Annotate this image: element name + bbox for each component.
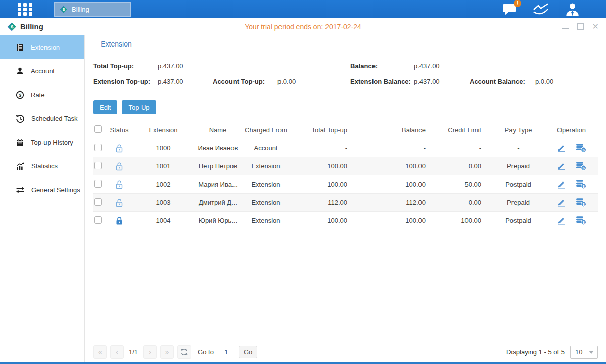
sidebar-item-label: Extension bbox=[31, 43, 60, 51]
cell-pay-type: - bbox=[492, 139, 545, 157]
cell-extension: 1004 bbox=[130, 212, 196, 230]
transfer-arrows-icon bbox=[16, 186, 25, 194]
cell-balance: 112.00 bbox=[358, 194, 436, 212]
edit-row-icon[interactable] bbox=[556, 143, 566, 153]
balance-summary: Total Top-up: p.437.00 Balance: p.437.00… bbox=[93, 58, 598, 89]
svg-text:$: $ bbox=[19, 92, 22, 98]
cell-name: Дмитрий Д... bbox=[196, 194, 240, 212]
status-unlocked-icon[interactable] bbox=[115, 198, 124, 208]
page-size-select[interactable]: 10 bbox=[570, 346, 598, 359]
column-header-credit-limit: Credit Limit bbox=[436, 121, 492, 139]
cell-extension: 1002 bbox=[130, 175, 196, 194]
row-checkbox[interactable] bbox=[94, 144, 102, 151]
close-icon[interactable]: ✕ bbox=[592, 23, 599, 30]
account-balance-label: Account Balance: bbox=[470, 78, 535, 85]
extension-topup-label: Extension Top-up: bbox=[93, 78, 158, 85]
top-up-row-icon[interactable]: $ bbox=[576, 198, 587, 207]
sidebar-item-scheduled-task[interactable]: Scheduled Task bbox=[0, 107, 84, 130]
tab-strip: Extension bbox=[85, 35, 606, 52]
cell-name: Петр Петров bbox=[196, 157, 240, 175]
notifications-chat-icon[interactable]: ! bbox=[502, 3, 517, 16]
taskbar-tab-label: Billing bbox=[72, 6, 89, 13]
balance-label: Balance: bbox=[350, 62, 414, 70]
row-checkbox[interactable] bbox=[94, 162, 102, 169]
last-page-button[interactable]: » bbox=[160, 345, 174, 359]
previous-page-button[interactable]: ‹ bbox=[110, 345, 124, 359]
status-unlocked-icon[interactable] bbox=[115, 143, 124, 153]
sidebar-item-label: Scheduled Task bbox=[31, 115, 78, 122]
cell-extension: 1003 bbox=[130, 194, 196, 212]
sidebar-item-topup-history[interactable]: Top-up History bbox=[0, 130, 84, 154]
cell-total-topup: 100.00 bbox=[292, 157, 358, 175]
total-topup-label: Total Top-up: bbox=[93, 62, 158, 70]
ledger-icon bbox=[16, 43, 24, 52]
table-row: 1002 Мария Ива... Extension 100.00 100.0… bbox=[93, 175, 598, 194]
svg-text:$: $ bbox=[63, 7, 65, 12]
sidebar-item-extension[interactable]: Extension bbox=[0, 35, 84, 59]
notepad-icon bbox=[16, 138, 24, 147]
top-up-row-icon[interactable]: $ bbox=[576, 161, 587, 171]
column-header-extension: Extension bbox=[130, 121, 196, 139]
cell-balance: 100.00 bbox=[358, 157, 436, 175]
row-checkbox[interactable] bbox=[94, 198, 102, 206]
sidebar-item-label: Statistics bbox=[31, 162, 58, 170]
row-checkbox[interactable] bbox=[94, 180, 102, 188]
edit-row-icon[interactable] bbox=[556, 198, 566, 207]
cell-total-topup: 100.00 bbox=[292, 175, 358, 194]
top-up-button[interactable]: Top Up bbox=[122, 100, 156, 114]
tab-extension[interactable]: Extension bbox=[94, 35, 139, 52]
top-up-row-icon[interactable]: $ bbox=[576, 143, 587, 153]
cell-name: Юрий Юрь... bbox=[196, 212, 240, 230]
top-up-row-icon[interactable]: $ bbox=[576, 179, 587, 189]
taskbar-tab-billing[interactable]: $ Billing bbox=[54, 2, 131, 17]
row-checkbox[interactable] bbox=[94, 216, 102, 224]
edit-row-icon[interactable] bbox=[556, 179, 566, 189]
dollar-coin-icon: $ bbox=[16, 90, 24, 99]
sidebar-item-label: Account bbox=[31, 67, 55, 75]
select-all-checkbox[interactable] bbox=[94, 125, 102, 133]
status-unlocked-icon[interactable] bbox=[115, 161, 124, 171]
status-unlocked-icon[interactable] bbox=[115, 179, 124, 190]
cell-charged-from: Extension bbox=[240, 175, 292, 194]
first-page-button[interactable]: « bbox=[93, 345, 107, 359]
tab-strip-spacer bbox=[139, 35, 240, 52]
go-button[interactable]: Go bbox=[239, 346, 257, 358]
table-row: 1004 Юрий Юрь... Extension 100.00 100.00… bbox=[93, 212, 598, 230]
extensions-table: Status Extension Name Charged From Total… bbox=[93, 121, 598, 230]
cell-extension: 1001 bbox=[130, 157, 196, 175]
extension-balance-value: p.437.00 bbox=[414, 78, 470, 85]
window-header: $ Billing Your trial period ends on: 201… bbox=[0, 18, 606, 35]
edit-button[interactable]: Edit bbox=[93, 100, 117, 114]
refresh-button[interactable] bbox=[177, 345, 191, 359]
app-grid-icon[interactable] bbox=[17, 3, 33, 16]
table-row: 1003 Дмитрий Д... Extension 112.00 112.0… bbox=[93, 194, 598, 212]
minimize-icon[interactable] bbox=[562, 24, 569, 29]
main-panel: Extension Total Top-up: p.437.00 Balance… bbox=[85, 35, 606, 364]
column-header-name: Name bbox=[196, 121, 240, 139]
bar-chart-arrow-icon bbox=[16, 162, 25, 170]
sidebar-item-statistics[interactable]: Statistics bbox=[0, 154, 84, 178]
maximize-icon[interactable] bbox=[577, 23, 584, 30]
edit-row-icon[interactable] bbox=[556, 161, 566, 171]
sidebar-item-general-settings[interactable]: General Settings bbox=[0, 178, 84, 202]
cell-credit-limit: - bbox=[436, 139, 492, 157]
cell-pay-type: Postpaid bbox=[492, 175, 545, 194]
cell-credit-limit: 100.00 bbox=[436, 212, 492, 230]
resource-monitor-icon[interactable] bbox=[533, 3, 549, 16]
status-locked-icon[interactable] bbox=[115, 216, 124, 226]
top-up-row-icon[interactable]: $ bbox=[576, 216, 587, 225]
next-page-button[interactable]: › bbox=[143, 345, 157, 359]
cell-pay-type: Prepaid bbox=[492, 194, 545, 212]
goto-page-input[interactable] bbox=[218, 346, 235, 358]
page-size-value: 10 bbox=[571, 348, 582, 356]
sidebar-item-account[interactable]: Account bbox=[0, 59, 84, 83]
cell-charged-from: Extension bbox=[240, 157, 292, 175]
cell-total-topup: - bbox=[292, 139, 358, 157]
edit-row-icon[interactable] bbox=[556, 216, 566, 225]
cell-extension: 1000 bbox=[130, 139, 196, 157]
sidebar-item-label: General Settings bbox=[31, 186, 80, 194]
sidebar-item-rate[interactable]: $ Rate bbox=[0, 83, 84, 107]
cell-balance: 100.00 bbox=[358, 175, 436, 194]
user-account-icon[interactable] bbox=[565, 3, 580, 16]
cell-pay-type: Postpaid bbox=[492, 212, 545, 230]
